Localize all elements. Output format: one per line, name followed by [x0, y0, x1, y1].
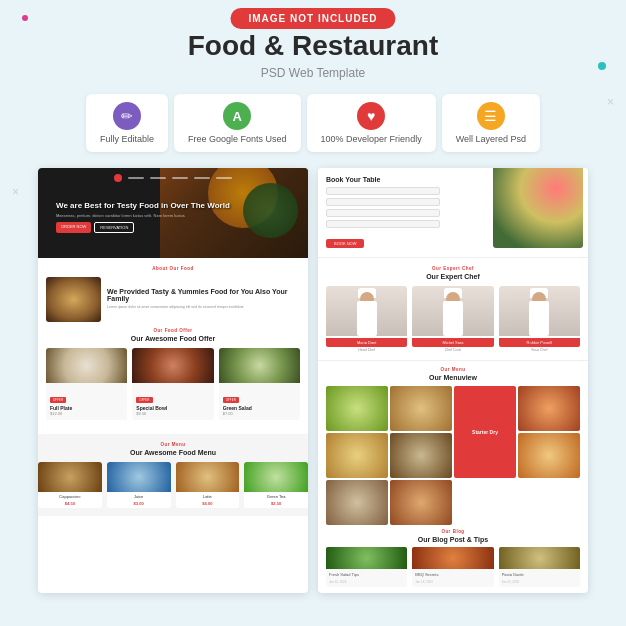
offer-tag-1: OFFER: [50, 397, 66, 403]
page-subtitle: PSD Web Template: [0, 66, 626, 80]
book-field-name[interactable]: [326, 187, 440, 195]
menu-image-4: [244, 462, 308, 492]
chef-section-title: Our Expert Chef: [326, 273, 580, 280]
blog-date-2: Jan 18, 2024: [412, 580, 493, 587]
blog-label: Our Blog: [326, 529, 580, 534]
chef-image-2: [412, 286, 493, 336]
hero-order-btn[interactable]: ORDER NOW: [56, 222, 91, 233]
gallery-cell-9: [390, 480, 452, 525]
feature-label-2: Free Google Fonts Used: [188, 134, 287, 144]
chef-figure-3: [524, 288, 554, 336]
gallery-cell-2: [390, 386, 452, 431]
heart-icon: ♥: [357, 102, 385, 130]
book-field-email[interactable]: [326, 198, 440, 206]
chef-card-2: Michel Sara Chef Cook: [412, 286, 493, 352]
blog-section: Our Blog Our Blog Post & Tips Fresh Sala…: [318, 525, 588, 593]
blog-date-1: Jan 12, 2024: [326, 580, 407, 587]
hero-nav-item: [172, 177, 188, 179]
book-food-image: [493, 168, 583, 248]
hero-nav-item: [194, 177, 210, 179]
about-title: We Provided Tasty & Yummies Food for You…: [107, 288, 300, 302]
offer-card-2: OFFER Special Bowl $9.50: [132, 348, 213, 420]
chef-body-3: [529, 301, 549, 336]
chef-section: Our Expert Chef Our Expert Chef Maria Da…: [318, 258, 588, 361]
blog-image-1: [326, 547, 407, 569]
blog-image-2: [412, 547, 493, 569]
menu-image-1: [38, 462, 102, 492]
hero-section: We are Best for Testy Food in Over The W…: [38, 168, 308, 258]
blog-cards: Fresh Salad Tips Jan 12, 2024 BBQ Secret…: [326, 547, 580, 587]
gallery-cell-5: [326, 433, 388, 478]
menu-item-label-3: Latte: [176, 492, 240, 501]
menu-title: Our Awesome Food Menu: [38, 449, 308, 456]
hero-reservation-btn[interactable]: RESERVATION: [94, 222, 134, 233]
book-submit-btn[interactable]: BOOK NOW: [326, 239, 364, 248]
offer-image-1: [46, 348, 127, 383]
blog-post-title-3: Pasta Guide: [499, 569, 580, 580]
book-section: Book Your Table BOOK NOW: [318, 168, 588, 258]
hero-nav-item: [128, 177, 144, 179]
offer-card-1: OFFER Full Plate $12.00: [46, 348, 127, 420]
menu-image-2: [107, 462, 171, 492]
about-section: About Our Food We Provided Tasty & Yummi…: [38, 258, 308, 428]
decoration-dot-teal: [598, 62, 606, 70]
font-icon: A: [223, 102, 251, 130]
blog-post-title-2: BBQ Secrets: [412, 569, 493, 580]
feature-well-layered: ☰ Well Layered Psd: [442, 94, 540, 152]
about-text: We Provided Tasty & Yummies Food for You…: [107, 288, 300, 310]
book-field-date[interactable]: [326, 220, 440, 228]
blog-post-title-1: Fresh Salad Tips: [326, 569, 407, 580]
offer-image-3: [219, 348, 300, 383]
feature-label-1: Fully Editable: [100, 134, 154, 144]
blog-card-1: Fresh Salad Tips Jan 12, 2024: [326, 547, 407, 587]
hero-food-2: [243, 183, 298, 238]
menu-item-price-4: $2.50: [244, 501, 308, 508]
offer-tag-3: OFFER: [223, 397, 239, 403]
chef-body-1: [357, 301, 377, 336]
hero-text: We are Best for Testy Food in Over The W…: [48, 201, 230, 234]
offer-image-2: [132, 348, 213, 383]
previews-container: We are Best for Testy Food in Over The W…: [0, 168, 626, 593]
menu-image-3: [176, 462, 240, 492]
about-description: Lorem ipsum dolor sit amet consectetur a…: [107, 305, 300, 310]
gallery-center-label: Starter Dry: [472, 429, 498, 435]
feature-developer-friendly: ♥ 100% Developer Friendly: [307, 94, 436, 152]
chef-card-3: Robbie Powell Sous Chef: [499, 286, 580, 352]
hero-buttons: ORDER NOW RESERVATION: [56, 222, 230, 233]
book-form: Book Your Table BOOK NOW: [326, 176, 453, 249]
menu-section-left: Our Menu Our Awesome Food Menu Cappuccin…: [38, 434, 308, 516]
offer-price-3: $7.00: [223, 411, 296, 416]
menu-item-label-2: Juice: [107, 492, 171, 501]
book-title: Book Your Table: [326, 176, 453, 183]
chef-name-3: Robbie Powell: [499, 338, 580, 347]
feature-label-4: Well Layered Psd: [456, 134, 526, 144]
menu-item-4: Green Tea $2.50: [244, 462, 308, 508]
feature-fully-editable: ✏ Fully Editable: [86, 94, 168, 152]
gallery-cell-7: [518, 433, 580, 478]
features-row: ✏ Fully Editable A Free Google Fonts Use…: [0, 94, 626, 152]
hero-nav-item: [150, 177, 166, 179]
menu-item-1: Cappuccino $4.50: [38, 462, 102, 508]
preview-panel-left: We are Best for Testy Food in Over The W…: [38, 168, 308, 593]
book-field-phone[interactable]: [326, 209, 440, 217]
menu-label: Our Menu: [38, 442, 308, 447]
gallery-cell-1: [326, 386, 388, 431]
gallery-title: Our Menuview: [326, 374, 580, 381]
blog-card-2: BBQ Secrets Jan 18, 2024: [412, 547, 493, 587]
menu-item-price-3: $4.00: [176, 501, 240, 508]
chef-figure-2: [438, 288, 468, 336]
image-not-included-badge: IMAGE NOT INCLUDED: [230, 8, 395, 29]
menu-item-2: Juice $3.00: [107, 462, 171, 508]
offer-card-3: OFFER Green Salad $7.00: [219, 348, 300, 420]
menu-item-3: Latte $4.00: [176, 462, 240, 508]
offer-price-2: $9.50: [136, 411, 209, 416]
feature-label-3: 100% Developer Friendly: [321, 134, 422, 144]
offer-label: Our Food Offer: [46, 328, 300, 333]
layers-icon: ☰: [477, 102, 505, 130]
offer-tag-2: OFFER: [136, 397, 152, 403]
chef-section-label: Our Expert Chef: [326, 266, 580, 271]
blog-image-3: [499, 547, 580, 569]
menu-gallery-section: Our Menu Our Menuview Starter Dry: [318, 361, 588, 525]
page-title: Food & Restaurant: [0, 30, 626, 62]
chef-name-1: Maria Dant: [326, 338, 407, 347]
